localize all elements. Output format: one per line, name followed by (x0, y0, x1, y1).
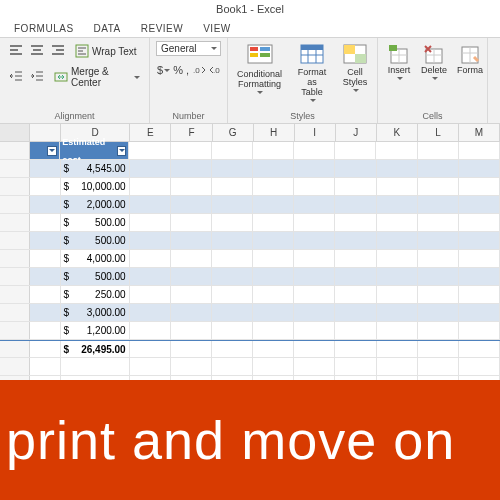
align-left-icon[interactable] (6, 41, 26, 61)
indent-increase-icon[interactable] (27, 67, 47, 87)
cell[interactable] (171, 341, 212, 357)
merge-center-button[interactable]: Merge & Center (51, 65, 143, 89)
row-header[interactable] (0, 232, 30, 249)
cell[interactable] (171, 160, 212, 177)
row-header[interactable] (0, 322, 30, 339)
cell[interactable] (129, 142, 170, 159)
cell[interactable] (130, 178, 171, 195)
cell[interactable] (294, 268, 335, 285)
tab-view[interactable]: VIEW (193, 20, 241, 37)
row-header[interactable] (0, 268, 30, 285)
tab-review[interactable]: REVIEW (131, 20, 193, 37)
table-row[interactable]: $500.00 (0, 232, 500, 250)
cell[interactable] (171, 214, 212, 231)
cell[interactable] (459, 268, 500, 285)
cell[interactable] (30, 196, 61, 213)
cell[interactable] (61, 358, 130, 375)
cell[interactable] (253, 268, 294, 285)
align-right-icon[interactable] (48, 41, 68, 61)
cell[interactable] (130, 250, 171, 267)
cell[interactable]: $500.00 (61, 232, 130, 249)
cell[interactable] (294, 304, 335, 321)
cell[interactable]: $4,545.00 (61, 160, 130, 177)
cell[interactable] (212, 286, 253, 303)
number-format-combo[interactable]: General (156, 41, 221, 56)
cell[interactable] (377, 250, 418, 267)
cell[interactable] (335, 286, 376, 303)
cell[interactable] (294, 232, 335, 249)
col-header[interactable]: H (254, 124, 295, 141)
table-row[interactable]: $26,495.00 (0, 340, 500, 358)
tab-formulas[interactable]: FORMULAS (4, 20, 84, 37)
table-row[interactable]: $250.00 (0, 286, 500, 304)
tab-data[interactable]: DATA (84, 20, 131, 37)
cell[interactable] (377, 178, 418, 195)
cell[interactable] (418, 304, 459, 321)
row-header[interactable] (0, 250, 30, 267)
cell[interactable] (253, 304, 294, 321)
row-header[interactable] (0, 304, 30, 321)
col-header[interactable]: K (377, 124, 418, 141)
cell[interactable] (418, 160, 459, 177)
indent-decrease-icon[interactable] (6, 67, 26, 87)
cell[interactable] (294, 250, 335, 267)
cell[interactable] (418, 196, 459, 213)
table-row[interactable]: $1,200.00 (0, 322, 500, 340)
cell[interactable] (418, 142, 459, 159)
cell[interactable]: $3,000.00 (61, 304, 130, 321)
col-c-partial[interactable] (30, 124, 60, 141)
cell[interactable] (212, 160, 253, 177)
cell[interactable] (294, 341, 335, 357)
align-center-icon[interactable] (27, 41, 47, 61)
cell[interactable] (418, 250, 459, 267)
row-header[interactable] (0, 358, 30, 375)
cell[interactable] (130, 196, 171, 213)
cell[interactable] (171, 232, 212, 249)
cell[interactable] (253, 286, 294, 303)
cell[interactable] (30, 304, 61, 321)
table-row[interactable]: $3,000.00 (0, 304, 500, 322)
cell[interactable] (335, 178, 376, 195)
cell[interactable] (335, 232, 376, 249)
cell[interactable] (253, 358, 294, 375)
table-row[interactable]: $4,000.00 (0, 250, 500, 268)
cell[interactable] (253, 232, 294, 249)
cell[interactable] (30, 358, 61, 375)
format-as-table-button[interactable]: Format as Table (291, 41, 333, 104)
cell[interactable] (212, 232, 253, 249)
cell[interactable] (171, 178, 212, 195)
wrap-text-button[interactable]: Wrap Text (72, 43, 140, 59)
cell[interactable] (30, 322, 61, 339)
cell[interactable] (130, 160, 171, 177)
col-header[interactable]: J (336, 124, 377, 141)
increase-decimal-icon[interactable]: .0 (191, 60, 207, 80)
row-header[interactable] (0, 214, 30, 231)
table-header-cell[interactable] (30, 142, 60, 159)
cell[interactable] (377, 341, 418, 357)
cell[interactable] (335, 214, 376, 231)
cell[interactable]: $500.00 (61, 268, 130, 285)
cell[interactable] (212, 214, 253, 231)
col-header[interactable]: E (130, 124, 171, 141)
cell[interactable]: $2,000.00 (61, 196, 130, 213)
col-header[interactable]: F (171, 124, 212, 141)
cell[interactable] (253, 196, 294, 213)
cell[interactable] (30, 341, 61, 357)
cell[interactable] (418, 268, 459, 285)
cell[interactable] (30, 286, 61, 303)
cell[interactable] (30, 250, 61, 267)
cell[interactable] (377, 358, 418, 375)
table-row[interactable]: Estimated cost (0, 142, 500, 160)
cell[interactable] (335, 268, 376, 285)
cell[interactable] (459, 358, 500, 375)
delete-button[interactable]: Delete (418, 41, 450, 82)
comma-icon[interactable]: , (185, 60, 190, 80)
cell[interactable] (294, 160, 335, 177)
cell[interactable] (377, 322, 418, 339)
cell[interactable] (459, 304, 500, 321)
cell[interactable] (253, 178, 294, 195)
format-button[interactable]: Forma (454, 41, 486, 78)
table-row[interactable] (0, 358, 500, 376)
cell[interactable] (130, 304, 171, 321)
col-header[interactable]: M (459, 124, 500, 141)
